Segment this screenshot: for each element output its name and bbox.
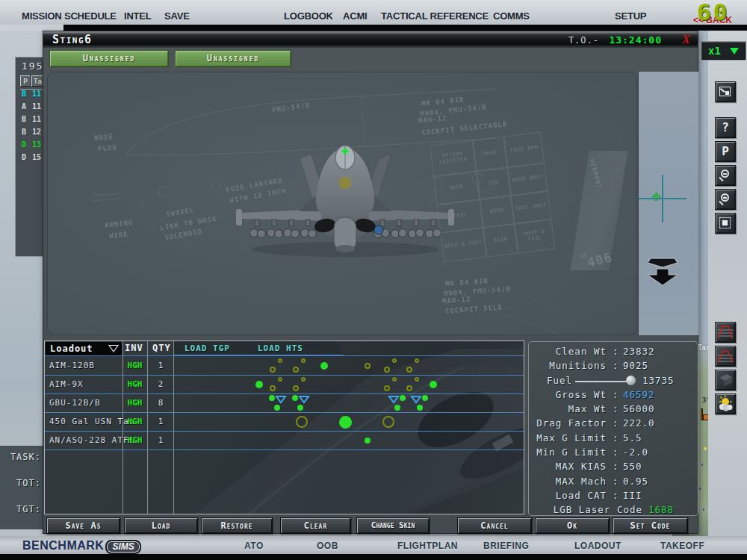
menu-acmi[interactable]: ACMI (343, 10, 367, 22)
footer-tab-loadout[interactable]: LOADOUT (574, 541, 622, 551)
tgt-label: TGT: (16, 504, 41, 514)
stat-load-cat: Load CAT:III (529, 490, 698, 504)
load-hts-button[interactable]: LOAD HTS (258, 343, 303, 353)
schedule-row[interactable]: B11:4 (20, 115, 43, 128)
close-icon[interactable]: X (682, 32, 690, 47)
station-marker-gbu[interactable] (292, 395, 314, 413)
schedule-col-takeoff[interactable]: Ta (31, 75, 43, 87)
menu-mission-schedule[interactable]: MISSION SCHEDULE (22, 10, 117, 22)
green-plane-icon: ✈ (646, 191, 665, 201)
schedule-row[interactable]: B12: (20, 128, 43, 140)
stat-max-wt: Max Wt:56000 (529, 403, 698, 417)
help-button[interactable]: ? (715, 117, 736, 138)
zoom-in-button[interactable] (715, 189, 736, 210)
station-marker-rings[interactable] (384, 377, 397, 391)
station-marker-ring-sm[interactable] (365, 363, 371, 369)
station-marker-ring[interactable] (382, 416, 394, 428)
schedule-row[interactable]: D15: (20, 153, 43, 166)
station-marker-rings[interactable] (384, 358, 397, 373)
recenter-button[interactable] (715, 213, 736, 234)
pilot-tab-2[interactable]: Unassigned (175, 50, 291, 67)
ok-button[interactable]: Ok (535, 517, 610, 534)
loadout-row-tank[interactable]: 450 Gal USN Tan HGH 1 (45, 412, 524, 431)
brick-icon (716, 370, 735, 390)
lgb-laser-code-row: LGB Laser Code1688 (529, 504, 698, 518)
station-marker-gbu-mir[interactable] (383, 395, 406, 413)
station-marker-dot[interactable] (430, 381, 437, 388)
aircraft-model[interactable] (48, 72, 637, 335)
footer-nav-bar: BENCHMARKSIMS ATO OOB FLIGHTPLAN BRIEFIN… (0, 536, 747, 554)
stat-munitions: Munitions:9025 (529, 360, 698, 374)
restore-button[interactable]: Restore (201, 517, 273, 534)
aircraft-position-crosshair: ✈ (639, 175, 686, 223)
station-marker-rings[interactable] (270, 377, 282, 391)
tot-label: TOT: (16, 478, 41, 488)
footer-tab-takeoff[interactable]: TAKEOFF (660, 541, 704, 551)
footer-tab-flightplan[interactable]: FLIGHTPLAN (397, 541, 458, 551)
corridor-profile-button-2[interactable] (715, 346, 736, 367)
footer-tab-ato[interactable]: ATO (244, 541, 264, 551)
window-titlebar[interactable]: Sting6 T.O.- 13:24:00 X (43, 31, 698, 48)
stat-clean-wt: Clean Wt:23832 (529, 346, 698, 360)
set-code-button[interactable]: Set Code (613, 517, 688, 534)
task-label: TASK: (10, 452, 41, 462)
schedule-row[interactable]: B11:2 (20, 90, 43, 102)
save-as-button[interactable]: Save As (46, 517, 120, 534)
station-marker-rings[interactable] (293, 377, 306, 391)
clear-button[interactable]: Clear (280, 517, 351, 534)
station-marker-rings[interactable] (293, 358, 306, 373)
window-layout-button[interactable] (715, 81, 736, 102)
aircraft-3d-viewer[interactable]: FMU-54/BNOSEPLUGFUZE LANYARDWITH 18 INCH… (47, 72, 637, 335)
schedule-row[interactable]: D13: (20, 140, 43, 153)
map-zoom-dropdown[interactable]: x1 (701, 41, 746, 60)
menu-logbook[interactable]: LOGBOOK (284, 10, 333, 22)
change-skin-button[interactable]: Change Skin (356, 517, 430, 534)
fuel-slider-knob[interactable] (626, 376, 636, 385)
load-button[interactable]: Load (124, 517, 198, 534)
station-marker-rings[interactable] (270, 358, 282, 373)
menu-tactical-reference[interactable]: TACTICAL REFERENCE (381, 10, 489, 22)
window-layout-icon (719, 87, 731, 96)
flight-callsign-title: Sting6 (52, 33, 93, 46)
bottom-edge (0, 554, 747, 560)
loadout-row-aim120[interactable]: AIM-120B HGH 1 (45, 356, 524, 375)
station-marker-dot-lg[interactable] (339, 416, 352, 429)
station-marker-gbu-mir[interactable] (406, 395, 428, 413)
cancel-button[interactable]: Cancel (457, 517, 532, 534)
brick-button[interactable] (715, 370, 736, 391)
chevron-down-icon (730, 48, 739, 55)
move-down-arrows-icon[interactable] (645, 257, 681, 287)
map-through-margin: ✈ (638, 72, 698, 335)
footer-tab-briefing[interactable]: BRIEFING (483, 541, 529, 551)
sort-filter-icon[interactable] (108, 345, 119, 352)
loadout-row-aim9x[interactable]: AIM-9X HGH 2 (45, 375, 524, 393)
load-tgp-button[interactable]: LOAD TGP (185, 343, 230, 353)
station-marker-dot[interactable] (255, 381, 263, 388)
menu-setup[interactable]: SETUP (615, 10, 646, 22)
station-marker-ring[interactable] (296, 416, 308, 428)
schedule-row[interactable]: A11:3 (20, 102, 43, 115)
weight-stats-panel: Clean Wt:23832 Munitions:9025 Fuel 13735… (528, 341, 698, 516)
zoom-out-button[interactable] (715, 165, 736, 186)
menu-intel[interactable]: INTEL (124, 10, 152, 22)
station-marker-dot-sm[interactable] (365, 438, 371, 444)
station-marker-rings[interactable] (406, 358, 419, 373)
weather-button[interactable] (715, 393, 736, 414)
column-header-inv[interactable]: INV (125, 343, 143, 353)
corridor-profile-button-1[interactable] (715, 322, 736, 343)
loadout-row-gbu12[interactable]: GBU-12B/B HGH 8 (45, 393, 524, 412)
pause-button[interactable]: P (715, 141, 736, 162)
takeoff-time-label: T.O.- (568, 35, 599, 46)
schedule-col-package[interactable]: P (20, 75, 30, 87)
loadout-row-atflir[interactable]: AN/ASQ-228 ATFL HGH 1 (45, 431, 524, 449)
station-marker-dot[interactable] (320, 362, 328, 370)
footer-tab-oob[interactable]: OOB (317, 541, 338, 551)
menu-save[interactable]: SAVE (164, 10, 190, 22)
pilot-tab-1[interactable]: Unassigned (49, 50, 169, 67)
column-header-qty[interactable]: QTY (152, 343, 171, 353)
fuel-slider-row: Fuel 13735 (529, 375, 698, 389)
station-marker-rings[interactable] (406, 377, 419, 391)
loadout-table: Loadout INV QTY LOAD TGP LOAD HTS AIM-12… (44, 340, 524, 514)
menu-comms[interactable]: COMMS (493, 10, 530, 22)
station-marker-gbu[interactable] (269, 395, 291, 413)
